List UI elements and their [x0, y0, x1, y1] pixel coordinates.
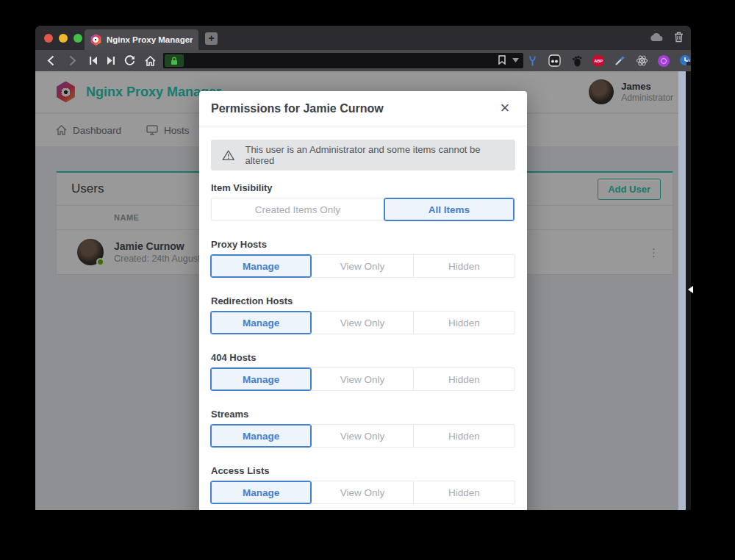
option-manage[interactable]: Manage — [210, 481, 312, 504]
option-hidden[interactable]: Hidden — [414, 424, 515, 448]
purple-badge-icon[interactable] — [658, 55, 670, 67]
page-viewport: Nginx Proxy Manager James Administrator … — [35, 71, 691, 510]
option-hidden[interactable]: Hidden — [414, 367, 515, 391]
section-label-proxy-hosts: Proxy Hosts — [211, 239, 515, 250]
browser-window: Nginx Proxy Manager + — [35, 26, 691, 510]
atom-icon[interactable] — [636, 54, 648, 67]
skip-forward-icon[interactable] — [103, 50, 119, 71]
minimize-window-button[interactable] — [59, 34, 68, 43]
reload-button[interactable] — [121, 50, 138, 71]
option-view-only[interactable]: View Only — [312, 367, 413, 391]
option-manage[interactable]: Manage — [210, 311, 312, 334]
browser-toolbar: ABP — [35, 50, 691, 71]
bookmark-icon[interactable] — [498, 55, 506, 65]
window-resize-arrow[interactable] — [688, 286, 693, 293]
forward-button[interactable] — [65, 50, 81, 71]
bookmark-dropdown-icon[interactable] — [512, 58, 519, 62]
option-view-only[interactable]: View Only — [312, 481, 413, 504]
visibility-options: Created Items Only All Items — [211, 198, 515, 221]
warning-triangle-icon — [221, 148, 235, 162]
option-created-items-only[interactable]: Created Items Only — [211, 198, 384, 221]
tab-title: Nginx Proxy Manager — [107, 35, 193, 44]
option-view-only[interactable]: View Only — [312, 254, 413, 278]
section-label-redirection-hosts: Redirection Hosts — [211, 295, 515, 306]
section-label-404-hosts: 404 Hosts — [211, 352, 515, 363]
back-button[interactable] — [43, 50, 59, 71]
section-label-streams: Streams — [211, 409, 515, 420]
traffic-lights — [44, 34, 82, 43]
option-view-only[interactable]: View Only — [312, 311, 413, 334]
close-window-button[interactable] — [44, 34, 53, 43]
option-view-only[interactable]: View Only — [312, 424, 413, 448]
redirection-hosts-options: Manage View Only Hidden — [211, 311, 515, 334]
option-manage[interactable]: Manage — [210, 424, 312, 448]
clock-lock-icon[interactable] — [679, 54, 691, 67]
alert-text: This user is an Administrator and some i… — [245, 144, 505, 166]
browser-tab[interactable]: Nginx Proxy Manager — [85, 29, 198, 50]
gnome-foot-icon[interactable] — [570, 54, 583, 67]
new-tab-button[interactable]: + — [205, 32, 218, 45]
modal-title: Permissions for Jamie Curnow — [211, 102, 384, 115]
trash-icon[interactable] — [674, 32, 684, 43]
vertical-scrollbar[interactable] — [678, 71, 686, 510]
zoom-window-button[interactable] — [74, 34, 82, 43]
streams-options: Manage View Only Hidden — [211, 424, 515, 448]
option-hidden[interactable]: Hidden — [414, 311, 515, 334]
home-button[interactable] — [141, 50, 159, 71]
https-lock-icon[interactable] — [165, 54, 184, 67]
eyedropper-icon[interactable] — [614, 54, 626, 67]
proxy-hosts-options: Manage View Only Hidden — [211, 254, 515, 278]
admin-warning-alert: This user is an Administrator and some i… — [211, 140, 515, 170]
skip-back-icon[interactable] — [85, 50, 101, 71]
cloud-sync-icon[interactable] — [650, 32, 664, 42]
tab-favicon — [90, 34, 101, 46]
containers-icon[interactable] — [548, 54, 561, 67]
permissions-modal: Permissions for Jamie Curnow × This user… — [199, 91, 527, 510]
url-bar[interactable] — [163, 53, 523, 68]
option-manage[interactable]: Manage — [210, 367, 312, 391]
section-label-access-lists: Access Lists — [211, 465, 515, 476]
abp-icon[interactable]: ABP — [592, 55, 604, 67]
access-lists-options: Manage View Only Hidden — [211, 481, 515, 504]
close-icon[interactable]: × — [495, 98, 515, 118]
option-hidden[interactable]: Hidden — [414, 481, 515, 504]
section-label-visibility: Item Visibility — [211, 182, 515, 193]
option-manage[interactable]: Manage — [210, 254, 312, 278]
404-hosts-options: Manage View Only Hidden — [211, 367, 515, 391]
option-hidden[interactable]: Hidden — [414, 254, 515, 278]
option-all-items[interactable]: All Items — [384, 198, 514, 221]
browser-titlebar: Nginx Proxy Manager + — [35, 26, 691, 50]
divining-rod-icon[interactable] — [526, 54, 539, 67]
